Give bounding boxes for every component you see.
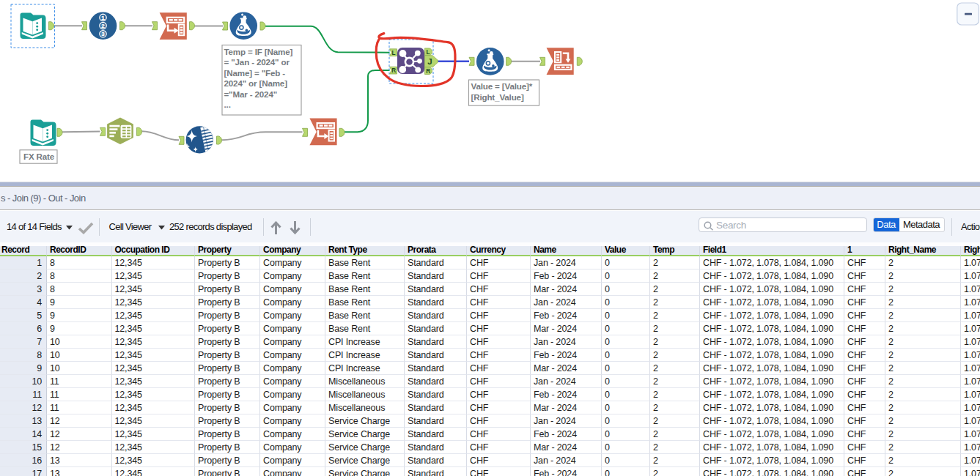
svg-text:FX Rate: FX Rate <box>23 152 55 161</box>
svg-text:L: L <box>392 50 396 56</box>
svg-text:[Right_Value]: [Right_Value] <box>471 92 524 102</box>
svg-text:L: L <box>427 49 430 56</box>
svg-text:="Mar - 2024": ="Mar - 2024" <box>224 89 278 99</box>
svg-text:3: 3 <box>101 31 105 37</box>
svg-text:...: ... <box>224 100 231 109</box>
svg-text:Value = [Value]*: Value = [Value]* <box>471 81 533 91</box>
svg-text:2: 2 <box>101 23 105 29</box>
svg-text:J: J <box>427 57 432 66</box>
svg-text:= "Jan - 2024" or: = "Jan - 2024" or <box>224 57 290 67</box>
svg-text:Temp = IF [Name]: Temp = IF [Name] <box>224 47 293 56</box>
svg-text:R: R <box>391 67 396 74</box>
svg-text:[Name] = "Feb -: [Name] = "Feb - <box>224 68 286 78</box>
svg-text:R: R <box>426 68 430 75</box>
svg-text:1: 1 <box>101 15 105 21</box>
svg-text:2024" or [Name]: 2024" or [Name] <box>224 78 288 88</box>
